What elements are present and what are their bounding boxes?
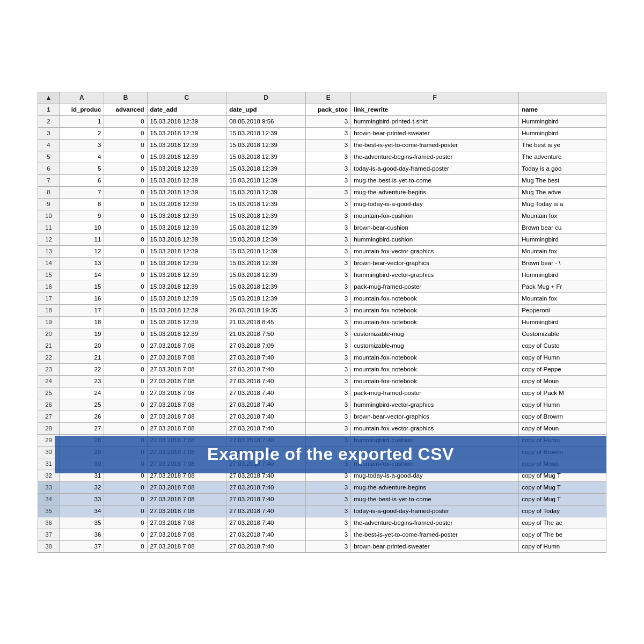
table-row: 3433027.03.2018 7:0827.03.2018 7:403mug-… bbox=[38, 493, 606, 505]
table-row: 3635027.03.2018 7:0827.03.2018 7:403the-… bbox=[38, 517, 606, 529]
table-row: 76015.03.2018 12:3915.03.2018 12:393mug-… bbox=[38, 174, 606, 186]
table-row: 2221027.03.2018 7:0827.03.2018 7:403moun… bbox=[38, 352, 606, 363]
table-row: 1211015.03.2018 12:3915.03.2018 12:393hu… bbox=[38, 233, 606, 245]
col-E: E bbox=[306, 92, 351, 104]
table-row: 109015.03.2018 12:3915.03.2018 12:393mou… bbox=[38, 210, 606, 222]
table-row: 54015.03.2018 12:3915.03.2018 12:393the-… bbox=[38, 151, 606, 163]
field-header-row: 1id_producadvanceddate_adddate_updpack_s… bbox=[38, 104, 606, 115]
col-A: A bbox=[60, 92, 104, 104]
table-row: 3837027.03.2018 7:0827.03.2018 7:403brow… bbox=[38, 540, 606, 552]
table-row: 2524027.03.2018 7:0827.03.2018 7:403pack… bbox=[38, 387, 606, 399]
table-row: 3736027.03.2018 7:0827.03.2018 7:403the-… bbox=[38, 529, 606, 540]
table-row: 3029027.03.2018 7:0827.03.2018 7:403brow… bbox=[38, 446, 606, 458]
col-C: C bbox=[147, 92, 226, 104]
table-row: 2322027.03.2018 7:0827.03.2018 7:403moun… bbox=[38, 363, 606, 375]
spreadsheet-container: ▲ A B C D E F 1id_producadvanceddate_add… bbox=[38, 92, 606, 553]
table-row: 2423027.03.2018 7:0827.03.2018 7:403moun… bbox=[38, 375, 606, 387]
table-row: 1615015.03.2018 12:3915.03.2018 12:393pa… bbox=[38, 281, 606, 292]
table-row: 1413015.03.2018 12:3915.03.2018 12:393br… bbox=[38, 257, 606, 269]
table-row: 1110015.03.2018 12:3915.03.2018 12:393br… bbox=[38, 222, 606, 233]
col-D: D bbox=[226, 92, 306, 104]
table-row: 3534027.03.2018 7:0827.03.2018 7:403toda… bbox=[38, 505, 606, 517]
col-F: F bbox=[351, 92, 519, 104]
table-row: 2726027.03.2018 7:0827.03.2018 7:403brow… bbox=[38, 411, 606, 422]
table-row: 1514015.03.2018 12:3915.03.2018 12:393hu… bbox=[38, 269, 606, 281]
table-row: 43015.03.2018 12:3915.03.2018 12:393the-… bbox=[38, 139, 606, 151]
table-row: 3231027.03.2018 7:0827.03.2018 7:403mug-… bbox=[38, 470, 606, 481]
table-row: 32015.03.2018 12:3915.03.2018 12:393brow… bbox=[38, 127, 606, 139]
spreadsheet-table: ▲ A B C D E F 1id_producadvanceddate_add… bbox=[38, 92, 606, 553]
table-row: 87015.03.2018 12:3915.03.2018 12:393mug-… bbox=[38, 186, 606, 198]
table-row: 2928027.03.2018 7:0827.03.2018 7:403humm… bbox=[38, 434, 606, 446]
table-row: 2120027.03.2018 7:0827.03.2018 7:093cust… bbox=[38, 340, 606, 352]
table-row: 1817015.03.2018 12:3926.03.2018 19:353mo… bbox=[38, 304, 606, 316]
col-B: B bbox=[104, 92, 147, 104]
corner-cell: ▲ bbox=[38, 92, 60, 104]
column-header-row: ▲ A B C D E F bbox=[38, 92, 606, 104]
table-row: 1312015.03.2018 12:3915.03.2018 12:393mo… bbox=[38, 245, 606, 257]
table-row: 3332027.03.2018 7:0827.03.2018 7:403mug-… bbox=[38, 481, 606, 493]
table-row: 2019015.03.2018 12:3921.03.2018 7:503cus… bbox=[38, 328, 606, 340]
table-row: 21015.03.2018 12:3908.05.2018 9:563hummi… bbox=[38, 115, 606, 127]
table-row: 1716015.03.2018 12:3915.03.2018 12:393mo… bbox=[38, 292, 606, 304]
table-row: 98015.03.2018 12:3915.03.2018 12:393mug-… bbox=[38, 198, 606, 210]
col-G bbox=[519, 92, 606, 104]
table-row: 2827027.03.2018 7:0827.03.2018 7:403moun… bbox=[38, 422, 606, 434]
table-row: 3130027.03.2018 7:0827.03.2018 7:403moun… bbox=[38, 458, 606, 470]
table-row: 65015.03.2018 12:3915.03.2018 12:393toda… bbox=[38, 163, 606, 174]
table-row: 1918015.03.2018 12:3921.03.2018 8:453mou… bbox=[38, 316, 606, 328]
table-row: 2625027.03.2018 7:0827.03.2018 7:403humm… bbox=[38, 399, 606, 411]
